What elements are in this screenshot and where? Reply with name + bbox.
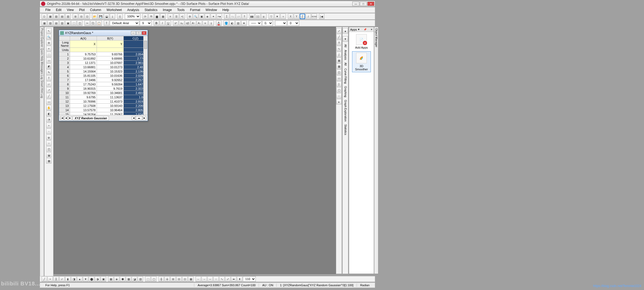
sort-desc-icon[interactable]: ↓↑: [236, 14, 241, 19]
zoom-tool-icon[interactable]: 🔍: [46, 34, 52, 39]
import-icon[interactable]: ⤓: [110, 14, 115, 19]
row-number[interactable]: 8: [59, 82, 70, 86]
data-cell[interactable]: 10.61892: [70, 56, 97, 61]
rescale-icon[interactable]: ⤢: [336, 28, 342, 34]
greek-icon[interactable]: αβ: [185, 20, 190, 26]
grid-icon[interactable]: ▦: [336, 58, 342, 63]
p27-icon[interactable]: →: [202, 276, 207, 282]
minimize-button[interactable]: —: [352, 2, 359, 6]
p13-icon[interactable]: ◈: [114, 276, 119, 282]
menu-tools[interactable]: Tools: [175, 8, 187, 12]
row-number[interactable]: 11: [59, 95, 70, 99]
menu-analysis[interactable]: Analysis: [125, 8, 141, 12]
line-color-icon[interactable]: ◐: [229, 20, 235, 26]
font-color-icon[interactable]: A: [216, 20, 221, 26]
menu-plot[interactable]: Plot: [77, 8, 87, 12]
p10-icon[interactable]: ◑: [95, 276, 100, 282]
longname-cell[interactable]: X: [70, 41, 97, 48]
row-number[interactable]: 14: [59, 108, 70, 112]
hand-icon[interactable]: ✋: [46, 105, 52, 110]
slide-icon[interactable]: ▆: [154, 14, 160, 19]
roi-icon[interactable]: ▭: [46, 58, 52, 63]
print-icon[interactable]: ⎙: [117, 14, 123, 19]
data-cell[interactable]: 9.6795: [70, 95, 97, 99]
menu-help[interactable]: Help: [220, 8, 231, 12]
row-number[interactable]: 1: [59, 52, 70, 56]
duplicate-icon[interactable]: ⧉: [148, 14, 154, 19]
p6-icon[interactable]: ◨: [71, 276, 76, 282]
menu-column[interactable]: Column: [88, 8, 103, 12]
col-header[interactable]: B(Y): [97, 36, 124, 41]
draw-icon[interactable]: ✎: [46, 70, 52, 75]
misc4-icon[interactable]: ◫: [46, 146, 52, 152]
select-icon[interactable]: ⬚: [46, 52, 52, 57]
add-point-icon[interactable]: +●: [217, 14, 222, 19]
ws7-icon[interactable]: ◫: [77, 20, 82, 26]
p17-icon[interactable]: ▧: [138, 276, 143, 282]
ws-maximize-button[interactable]: □: [136, 31, 141, 35]
y-icon[interactable]: Y: [294, 14, 299, 19]
p20-icon[interactable]: ╫: [159, 276, 164, 282]
copy-icon[interactable]: ⿻: [90, 20, 96, 26]
p24-icon[interactable]: ⊡: [182, 276, 188, 282]
row-number[interactable]: 10: [59, 91, 70, 95]
sup-icon[interactable]: x²: [173, 20, 178, 26]
new-graph-icon[interactable]: ▧: [53, 14, 59, 19]
menu-view[interactable]: View: [65, 8, 76, 12]
cat-explore[interactable]: Graph Exploration: [344, 100, 347, 122]
new-matrix-icon[interactable]: ▤: [59, 14, 65, 19]
heat-icon[interactable]: ▩: [336, 64, 342, 69]
line-style-select[interactable]: ───: [249, 20, 262, 26]
save-template-icon[interactable]: ⊡: [85, 14, 90, 19]
paste-icon[interactable]: 📋: [96, 20, 102, 26]
region-icon[interactable]: ◧: [46, 111, 52, 116]
misc3-icon[interactable]: ⬙: [46, 135, 52, 140]
filter-icon[interactable]: ▽: [269, 14, 274, 19]
p18-icon[interactable]: ⬚: [145, 276, 151, 282]
misc6-icon[interactable]: ▦: [46, 158, 52, 164]
maximize-button[interactable]: □: [360, 2, 367, 6]
legend-icon[interactable]: ◫: [336, 70, 342, 75]
up-icon[interactable]: ▲: [343, 28, 348, 34]
find-icon[interactable]: 🔍: [193, 14, 198, 19]
data-cell[interactable]: 10.93143: [97, 104, 124, 108]
col-header[interactable]: A(X): [70, 36, 97, 41]
row-number[interactable]: 2: [59, 56, 70, 61]
pointer-icon[interactable]: ↖: [46, 28, 52, 34]
row-number[interactable]: 4: [59, 65, 70, 69]
spline-icon[interactable]: ∿: [336, 46, 342, 51]
data-cell[interactable]: 11.41073: [97, 99, 124, 104]
p31-icon[interactable]: ⤢: [225, 276, 230, 282]
data-cell[interactable]: 11.13637: [97, 95, 124, 99]
fit-icon[interactable]: ∫: [336, 52, 342, 57]
p30-icon[interactable]: ⤡: [219, 276, 225, 282]
results-icon[interactable]: ▣: [199, 14, 204, 19]
row-number[interactable]: 9: [59, 86, 70, 91]
hscroll-left-icon[interactable]: ◀: [132, 116, 136, 120]
sheet-tab[interactable]: XYZ Random Gaussian: [73, 116, 109, 120]
left-docked-tabs[interactable]: Project Explorer Quick Help Messages Log…: [40, 27, 44, 277]
italic-icon[interactable]: I: [160, 20, 165, 26]
mask-icon[interactable]: ◩: [46, 64, 52, 69]
pattern-icon[interactable]: ▨: [235, 20, 241, 26]
menu-statistics[interactable]: Statistics: [142, 8, 160, 12]
angle-select[interactable]: 0: [287, 20, 299, 26]
filter-clear-icon[interactable]: ▿: [280, 14, 286, 19]
ws-close-button[interactable]: ✕: [142, 31, 147, 35]
open-excel-icon[interactable]: ⊞: [73, 14, 78, 19]
x-icon[interactable]: X: [288, 14, 293, 19]
tab-prev-icon[interactable]: ◀: [64, 116, 68, 120]
p9-icon[interactable]: ⬤: [89, 276, 94, 282]
data-cell[interactable]: 10.01636: [97, 74, 124, 78]
tab-next-icon[interactable]: ▶: [68, 116, 72, 120]
misc1-icon[interactable]: ▪: [46, 123, 52, 128]
worksheet-titlebar[interactable]: XYZRandomGaus * — □ ✕: [59, 30, 148, 36]
menu-file[interactable]: File: [43, 8, 53, 12]
data-cell[interactable]: 12.17508: [70, 104, 97, 108]
p33-icon[interactable]: ⬍: [237, 276, 242, 282]
tile-icon[interactable]: ▦: [160, 14, 166, 19]
ws4-icon[interactable]: ▥: [59, 20, 65, 26]
p26-icon[interactable]: ←: [196, 276, 201, 282]
column-chart-icon[interactable]: ▯▯: [255, 14, 261, 19]
down-icon[interactable]: ▼: [343, 36, 348, 42]
